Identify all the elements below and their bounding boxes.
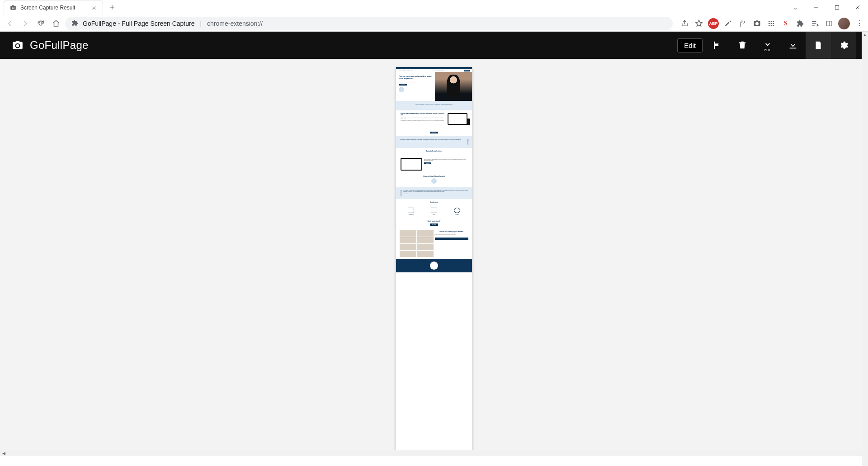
testimonial-label: Testimonial [467, 139, 468, 145]
omnibox-protocol: chrome-extension:// [207, 20, 263, 27]
download-image-button[interactable] [780, 32, 806, 59]
screenshot-ext-icon[interactable] [751, 18, 762, 29]
svg-rect-9 [773, 25, 774, 26]
s-extension-icon[interactable]: S [780, 18, 791, 29]
capture-services: Dubsado Setup Services [396, 148, 472, 155]
camera-icon [12, 39, 24, 51]
horizontal-scrollbar[interactable]: ◀ ▶ [0, 450, 868, 456]
cert-badge-icon [431, 178, 437, 184]
delete-button[interactable] [730, 32, 755, 59]
capture-canvas[interactable]: Home About Services Blog TINA DEFIORE Bo… [0, 59, 868, 456]
omnibox-separator: | [200, 20, 202, 27]
hero-photo [435, 72, 472, 101]
window-controls: ⌄ [785, 0, 868, 14]
captured-page-thumbnail[interactable]: Home About Services Blog TINA DEFIORE Bo… [396, 67, 472, 456]
new-tab-button[interactable] [106, 1, 118, 14]
svg-rect-5 [771, 23, 772, 24]
bookmark-star-icon[interactable] [693, 18, 704, 29]
address-bar[interactable]: GoFullPage - Full Page Screen Capture | … [65, 17, 673, 30]
app-header: GoFullPage Edit PDF [0, 32, 868, 59]
profile-avatar[interactable] [838, 18, 850, 29]
capture-templates: want to try it yourself first? Done-for-… [396, 228, 472, 259]
playlist-icon[interactable] [809, 18, 820, 29]
svg-rect-10 [826, 21, 832, 26]
sidepanel-icon[interactable] [824, 18, 835, 29]
files-button[interactable] [806, 32, 831, 59]
build-icon [431, 208, 437, 213]
scroll-up-icon[interactable]: ▲ [862, 32, 868, 38]
laptop-mockup-icon [401, 158, 422, 171]
browser-tab[interactable]: Screen Capture Result [4, 0, 103, 14]
svg-rect-0 [835, 5, 839, 9]
reload-button[interactable] [34, 17, 47, 30]
back-button[interactable] [4, 17, 16, 30]
browser-toolbar: GoFullPage - Full Page Screen Capture | … [0, 15, 868, 32]
extension-icon [71, 19, 78, 28]
svg-rect-2 [771, 21, 772, 22]
svg-rect-4 [769, 23, 770, 24]
apps-grid-icon[interactable] [766, 18, 777, 29]
close-window-button[interactable] [847, 0, 868, 14]
svg-rect-7 [769, 25, 770, 26]
close-icon[interactable] [91, 5, 97, 11]
omnibox-site: GoFullPage - Full Page Screen Capture [83, 20, 194, 27]
home-button[interactable] [50, 17, 62, 30]
download-pdf-button[interactable]: PDF [755, 32, 780, 59]
capture-section-1: Provide the client experience you want w… [396, 110, 472, 128]
minimize-button[interactable] [806, 0, 826, 14]
launch-icon [454, 208, 460, 213]
svg-rect-3 [773, 21, 774, 22]
forward-button[interactable] [19, 17, 32, 30]
app-name: GoFullPage [30, 39, 89, 52]
browser-tabstrip: Screen Capture Result ⌄ [0, 0, 868, 15]
capture-how-it-works: Strategizeplan it out Buildmake it real … [396, 206, 472, 218]
strategize-icon [408, 208, 414, 213]
settings-button[interactable] [831, 32, 856, 59]
app-actions: Edit PDF [675, 32, 856, 59]
camera-icon [9, 4, 17, 11]
capture-footer [396, 259, 472, 272]
whatfont-icon[interactable]: f? [737, 18, 748, 29]
maximize-button[interactable] [826, 0, 847, 14]
flag-button[interactable] [704, 32, 730, 59]
capture-hero: Free up your time and provide a better c… [396, 72, 472, 101]
device-mockup-icon [448, 113, 467, 125]
badge-icon [399, 87, 404, 92]
svg-rect-1 [769, 21, 770, 22]
vertical-scrollbar[interactable]: ▲ [862, 32, 868, 466]
edit-button[interactable]: Edit [675, 32, 704, 59]
app-brand[interactable]: GoFullPage [12, 39, 89, 52]
color-picker-icon[interactable] [722, 18, 733, 29]
chevron-down-icon[interactable]: ⌄ [785, 0, 806, 14]
svg-rect-8 [771, 25, 772, 26]
kebab-menu-icon[interactable]: ⋮ [854, 18, 864, 29]
extensions-puzzle-icon[interactable] [795, 18, 806, 29]
templates-cta-bar [435, 238, 469, 240]
footer-badge-icon [430, 262, 438, 270]
capture-band: You didn't start a life of ease or syste… [396, 101, 472, 110]
svg-rect-6 [773, 23, 774, 24]
scroll-left-icon[interactable]: ◀ [0, 450, 7, 456]
adblock-icon[interactable]: ABP [708, 18, 719, 29]
toolbar-right: ABP f? S ⋮ [679, 18, 864, 29]
share-icon[interactable] [679, 18, 690, 29]
tab-title: Screen Capture Result [20, 5, 87, 11]
